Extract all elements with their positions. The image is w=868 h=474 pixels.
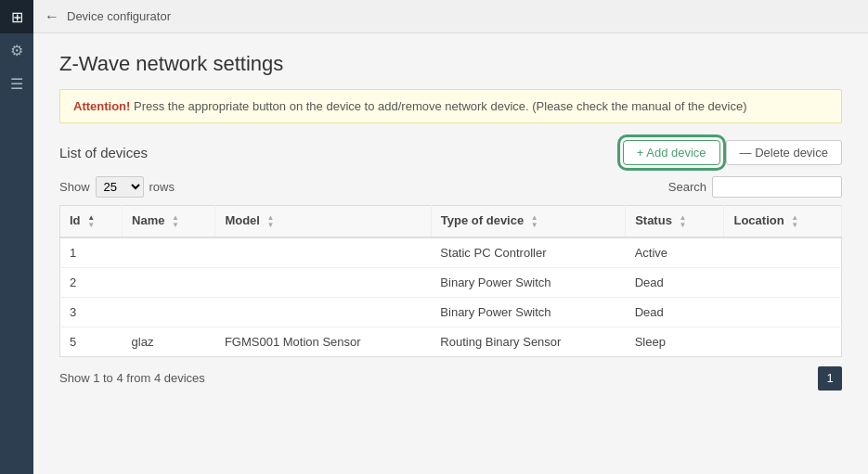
section-title: List of devices (59, 145, 148, 160)
topbar: ← Device configurator (33, 0, 868, 33)
table-info: Show 1 to 4 from 4 devices (59, 371, 205, 385)
cell-id: 2 (60, 267, 123, 297)
add-device-button[interactable]: + Add device (623, 140, 720, 165)
sort-arrows-id: ▲ ▼ (87, 214, 95, 229)
col-header-id[interactable]: Id ▲ ▼ (60, 206, 123, 237)
page-1-button[interactable]: 1 (818, 366, 842, 391)
table-footer: Show 1 to 4 from 4 devices 1 (59, 365, 842, 392)
cell-id: 1 (60, 237, 123, 268)
cell-type: Static PC Controller (431, 237, 625, 268)
content-area: Z-Wave network settings Attention! Press… (33, 33, 868, 474)
devices-table: Id ▲ ▼ Name ▲▼ Model (59, 205, 842, 357)
table-header-row: Id ▲ ▼ Name ▲▼ Model (60, 206, 842, 237)
cell-name (123, 267, 215, 297)
list-icon: ☰ (10, 75, 23, 93)
sort-arrows-status: ▲▼ (679, 214, 686, 229)
cell-location (724, 297, 842, 327)
pagination: 1 (818, 366, 842, 391)
table-controls: Show 25 10 50 100 rows Search (59, 176, 842, 198)
cell-id: 3 (60, 297, 123, 327)
cell-name: glaz (123, 327, 215, 356)
sort-arrows-location: ▲▼ (791, 214, 798, 229)
sort-arrows-type: ▲▼ (531, 214, 538, 229)
col-header-location[interactable]: Location ▲▼ (724, 206, 842, 237)
sidebar-item-list[interactable]: ☰ (0, 67, 33, 100)
cell-location (724, 237, 842, 268)
cell-location (724, 267, 842, 297)
cell-model (215, 237, 431, 268)
delete-device-button[interactable]: — Delete device (726, 140, 842, 165)
cell-location (724, 327, 842, 356)
sidebar-item-settings[interactable]: ⚙ (0, 33, 33, 67)
cell-name (123, 237, 215, 268)
cell-model (215, 297, 431, 327)
sort-arrows-model: ▲▼ (267, 214, 275, 229)
cell-model (215, 267, 431, 297)
search-box: Search (668, 176, 842, 198)
cell-status: Sleep (626, 327, 724, 356)
sort-arrows-name: ▲▼ (172, 214, 179, 229)
table-row[interactable]: 3Binary Power SwitchDead (60, 297, 842, 327)
back-button[interactable]: ← (45, 8, 59, 25)
cell-status: Active (626, 237, 724, 268)
section-actions: + Add device — Delete device (623, 140, 842, 165)
section-header: List of devices + Add device — Delete de… (59, 140, 842, 165)
cell-status: Dead (626, 297, 724, 327)
search-input[interactable] (712, 176, 842, 198)
cell-status: Dead (626, 267, 724, 297)
col-header-type[interactable]: Type of device ▲▼ (431, 206, 625, 237)
show-rows-control: Show 25 10 50 100 rows (59, 176, 175, 198)
search-label: Search (668, 180, 706, 194)
cell-name (123, 297, 215, 327)
gear-icon: ⚙ (10, 42, 23, 59)
main-area: ← Device configurator Z-Wave network set… (33, 0, 868, 474)
attention-message: Press the appropriate button on the devi… (134, 99, 747, 113)
sidebar-item-grid[interactable]: ⊞ (0, 0, 33, 33)
col-header-name[interactable]: Name ▲▼ (123, 206, 215, 237)
page-title: Z-Wave network settings (59, 52, 842, 76)
cell-id: 5 (60, 327, 123, 356)
rows-per-page-select[interactable]: 25 10 50 100 (96, 176, 144, 198)
cell-model: FGMS001 Motion Sensor (215, 327, 431, 356)
grid-icon: ⊞ (11, 8, 23, 26)
attention-label: Attention! (73, 99, 130, 113)
topbar-title: Device configurator (67, 9, 171, 23)
show-label: Show (59, 180, 90, 194)
sidebar: ⊞ ⚙ ☰ (0, 0, 33, 474)
col-header-status[interactable]: Status ▲▼ (626, 206, 724, 237)
back-icon: ← (45, 8, 59, 25)
table-row[interactable]: 5glazFGMS001 Motion SensorRouting Binary… (60, 327, 842, 356)
col-header-model[interactable]: Model ▲▼ (215, 206, 431, 237)
table-row[interactable]: 1Static PC ControllerActive (60, 237, 842, 268)
rows-label: rows (149, 180, 175, 194)
cell-type: Binary Power Switch (431, 297, 625, 327)
cell-type: Routing Binary Sensor (431, 327, 625, 356)
attention-box: Attention! Press the appropriate button … (59, 89, 842, 123)
table-row[interactable]: 2Binary Power SwitchDead (60, 267, 842, 297)
cell-type: Binary Power Switch (431, 267, 625, 297)
